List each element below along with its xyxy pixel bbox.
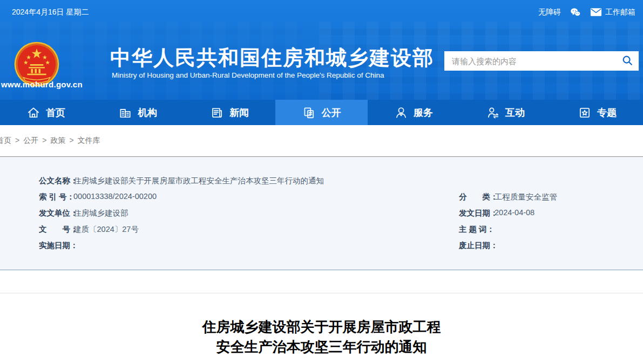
nav-item-news[interactable]: 新闻 xyxy=(184,100,275,125)
breadcrumb-separator: > xyxy=(69,136,73,145)
nav-label: 专题 xyxy=(597,106,617,119)
search-icon xyxy=(621,54,633,68)
meta-label-issuer: 发文单位： xyxy=(39,208,78,218)
document-title: 住房城乡建设部关于开展房屋市政工程 安全生产治本攻坚三年行动的通知 xyxy=(0,317,643,357)
topbar-links: 无障碍 工作邮箱 xyxy=(538,0,635,24)
organization-icon xyxy=(118,106,132,120)
work-mailbox-link[interactable]: 工作邮箱 xyxy=(590,6,635,18)
nav-label: 服务 xyxy=(414,106,433,119)
meta-label-issue-date: 发文日期： xyxy=(459,208,498,218)
document-title-line2: 安全生产治本攻坚三年行动的通知 xyxy=(0,337,643,357)
nav-label: 首页 xyxy=(46,106,65,119)
section-divider xyxy=(0,293,643,293)
wechat-icon[interactable] xyxy=(570,6,581,18)
breadcrumb-separator: > xyxy=(15,136,19,145)
site-url: www.mohurd.gov.cn xyxy=(1,80,83,89)
meta-label-category: 分 类： xyxy=(459,192,498,202)
meta-label-doc-name: 公文名称： xyxy=(39,176,78,186)
main-navigation: 首页 机构 新闻 公开 服务 xyxy=(0,100,643,125)
meta-value-issuer: 住房城乡建设部 xyxy=(73,208,128,218)
page: 2024年4月16日 星期二 无障碍 xyxy=(0,0,643,364)
topics-icon xyxy=(578,106,592,120)
site-title: 中华人民共和国住房和城乡建设部 xyxy=(110,44,434,72)
meta-value-doc-name: 住房城乡建设部关于开展房屋市政工程安全生产治本攻坚三年行动的通知 xyxy=(73,176,324,186)
nav-item-home[interactable]: 首页 xyxy=(0,100,92,125)
breadcrumb-library[interactable]: 文件库 xyxy=(78,136,100,145)
nav-label: 互动 xyxy=(505,106,525,119)
nav-item-organization[interactable]: 机构 xyxy=(92,100,184,125)
meta-value-doc-number: 建质〔2024〕27号 xyxy=(73,224,139,235)
accessibility-link[interactable]: 无障碍 xyxy=(538,8,561,17)
nav-item-service[interactable]: 服务 xyxy=(368,100,459,125)
nav-label: 新闻 xyxy=(229,106,249,119)
site-subtitle-english: Ministry of Housing and Urban-Rural Deve… xyxy=(112,71,384,79)
document-title-line1: 住房城乡建设部关于开展房屋市政工程 xyxy=(0,317,643,337)
meta-value-category: 工程质量安全监管 xyxy=(495,192,557,202)
nav-item-disclosure[interactable]: 公开 xyxy=(275,100,367,125)
nav-label: 机构 xyxy=(138,106,157,119)
news-icon xyxy=(210,106,224,120)
search-box xyxy=(444,51,639,71)
topbar: 2024年4月16日 星期二 无障碍 xyxy=(0,0,643,24)
disclosure-icon xyxy=(302,106,316,120)
meta-label-subject-words: 主 题 词： xyxy=(459,224,495,235)
interaction-icon xyxy=(486,106,500,120)
nav-label: 公开 xyxy=(321,106,341,119)
envelope-icon xyxy=(590,6,602,18)
breadcrumb-separator: > xyxy=(42,136,46,145)
breadcrumb-home[interactable]: 首页 xyxy=(0,136,11,145)
service-icon xyxy=(394,106,408,120)
meta-label-doc-number: 文 号： xyxy=(39,224,78,235)
home-icon xyxy=(26,106,40,120)
document-metadata-panel: 公文名称： 住房城乡建设部关于开展房屋市政工程安全生产治本攻坚三年行动的通知 索… xyxy=(0,156,643,270)
search-input[interactable] xyxy=(444,51,616,71)
breadcrumb-policy[interactable]: 政策 xyxy=(50,136,65,145)
breadcrumb-disclosure[interactable]: 公开 xyxy=(23,136,38,145)
nav-item-topics[interactable]: 专题 xyxy=(551,100,643,125)
breadcrumb: 首页>公开>政策>文件库 xyxy=(0,136,100,146)
meta-label-repeal-date: 废止日期： xyxy=(459,241,498,251)
meta-value-index-no: 000013338/2024-00200 xyxy=(73,192,157,201)
search-button[interactable] xyxy=(616,51,639,71)
meta-value-issue-date: 2024-04-08 xyxy=(495,208,534,217)
meta-label-effective-date: 实施日期： xyxy=(39,241,78,251)
current-date: 2024年4月16日 星期二 xyxy=(12,8,89,17)
nav-item-interaction[interactable]: 互动 xyxy=(459,100,551,125)
meta-label-index-no: 索 引 号： xyxy=(39,192,75,202)
work-mailbox-label: 工作邮箱 xyxy=(605,8,635,17)
